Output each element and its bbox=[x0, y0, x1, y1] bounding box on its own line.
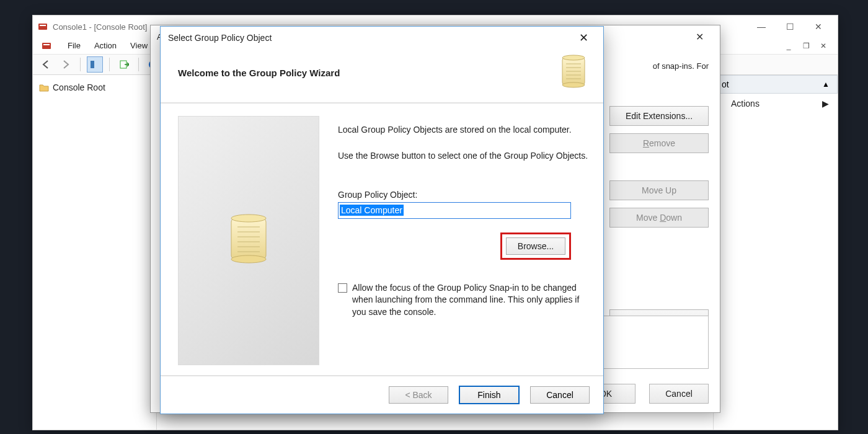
svg-rect-2 bbox=[42, 43, 51, 49]
gpo-header: Welcome to the Group Policy Wizard bbox=[161, 49, 603, 104]
scroll-icon bbox=[223, 212, 275, 269]
gpo-object-input[interactable]: Local Computer bbox=[338, 202, 571, 219]
remove-label: Remove bbox=[643, 138, 675, 148]
browse-highlight: Browse... bbox=[500, 232, 571, 260]
svg-rect-17 bbox=[231, 218, 266, 259]
chevron-right-icon: ▶ bbox=[822, 99, 829, 108]
tree-item-console-root[interactable]: Console Root bbox=[38, 80, 151, 95]
cancel-button[interactable]: Cancel bbox=[530, 386, 590, 404]
snapins-hint-text: of snap-ins. For bbox=[653, 61, 709, 71]
gpo-footer: < Back Finish Cancel bbox=[161, 375, 603, 414]
mdi-controls: _ ❐ ✕ bbox=[783, 41, 829, 51]
close-button[interactable]: ✕ bbox=[804, 17, 833, 36]
gpo-field-label: Group Policy Object: bbox=[338, 190, 590, 200]
gpo-sidebar-image bbox=[178, 116, 319, 365]
toolbar-separator bbox=[109, 58, 110, 71]
edit-extensions-button[interactable]: Edit Extensions... bbox=[609, 106, 709, 126]
svg-rect-4 bbox=[91, 61, 94, 68]
maximize-button[interactable]: ☐ bbox=[776, 17, 804, 36]
chevron-up-icon: ▲ bbox=[822, 80, 830, 89]
gpo-object-value: Local Computer bbox=[340, 205, 404, 216]
nav-forward-button[interactable] bbox=[58, 56, 74, 73]
mmc-menubar-icon bbox=[42, 41, 51, 51]
svg-point-10 bbox=[562, 55, 585, 60]
mmc-tree-pane: Console Root bbox=[33, 75, 157, 430]
show-tree-button[interactable] bbox=[87, 56, 103, 73]
finish-button[interactable]: Finish bbox=[459, 386, 519, 404]
gpo-titlebar[interactable]: Select Group Policy Object ✕ bbox=[161, 27, 603, 49]
close-button[interactable]: ✕ bbox=[571, 29, 596, 46]
gpo-intro-text-2: Use the Browse button to select one of t… bbox=[338, 149, 590, 162]
gpo-content: Local Group Policy Objects are stored on… bbox=[161, 104, 603, 376]
svg-point-11 bbox=[562, 82, 585, 87]
nav-back-button[interactable] bbox=[38, 56, 54, 73]
tree-item-label: Console Root bbox=[53, 82, 105, 92]
svg-rect-0 bbox=[38, 24, 47, 30]
actions-pane-header-label: ot bbox=[722, 79, 729, 89]
back-button[interactable]: < Back bbox=[389, 386, 448, 404]
menu-view[interactable]: View bbox=[130, 41, 148, 50]
menu-file[interactable]: File bbox=[68, 41, 81, 50]
scroll-icon bbox=[556, 54, 591, 91]
browse-button[interactable]: Browse... bbox=[506, 237, 565, 255]
remove-button[interactable]: Remove bbox=[609, 133, 709, 153]
svg-rect-1 bbox=[40, 25, 46, 26]
move-down-button[interactable]: Move Down bbox=[609, 208, 709, 228]
mdi-close-button[interactable]: ✕ bbox=[818, 41, 829, 51]
mmc-actions-pane: ot ▲ Actions ▶ bbox=[714, 75, 838, 430]
snapins-side-buttons: Edit Extensions... Remove Move Up Move D… bbox=[609, 106, 709, 228]
svg-rect-5 bbox=[95, 61, 99, 68]
svg-rect-3 bbox=[43, 44, 50, 45]
allow-focus-checkbox[interactable] bbox=[338, 283, 347, 293]
move-down-label: Move Down bbox=[636, 213, 682, 223]
mmc-window-controls: — ☐ ✕ bbox=[747, 17, 833, 36]
allow-focus-checkbox-label: Allow the focus of the Group Policy Snap… bbox=[352, 282, 590, 319]
gpo-header-title: Welcome to the Group Policy Wizard bbox=[178, 68, 340, 78]
gpo-right-column: Local Group Policy Objects are stored on… bbox=[338, 116, 590, 376]
folder-icon bbox=[39, 83, 49, 92]
mdi-minimize-button[interactable]: _ bbox=[783, 41, 794, 51]
close-button[interactable]: ✕ bbox=[685, 27, 714, 46]
gpo-title-text: Select Group Policy Object bbox=[168, 33, 272, 43]
actions-pane-header[interactable]: ot ▲ bbox=[714, 75, 838, 94]
gpo-intro-text-1: Local Group Policy Objects are stored on… bbox=[338, 123, 590, 136]
move-up-button[interactable]: Move Up bbox=[609, 180, 709, 200]
cancel-button[interactable]: Cancel bbox=[649, 384, 709, 404]
toolbar-separator bbox=[80, 58, 81, 71]
mmc-app-icon bbox=[38, 22, 48, 32]
actions-pane-more-actions[interactable]: Actions ▶ bbox=[714, 94, 838, 113]
gpo-wizard-dialog: Select Group Policy Object ✕ Welcome to … bbox=[160, 26, 604, 414]
toolbar-separator bbox=[138, 58, 139, 71]
svg-point-19 bbox=[231, 255, 266, 263]
mdi-restore-button[interactable]: ❐ bbox=[800, 41, 812, 51]
minimize-button[interactable]: — bbox=[747, 17, 776, 36]
menu-action[interactable]: Action bbox=[94, 41, 117, 50]
svg-point-18 bbox=[231, 215, 266, 222]
export-list-button[interactable] bbox=[116, 56, 132, 73]
actions-pane-row-label: Actions bbox=[731, 99, 760, 108]
